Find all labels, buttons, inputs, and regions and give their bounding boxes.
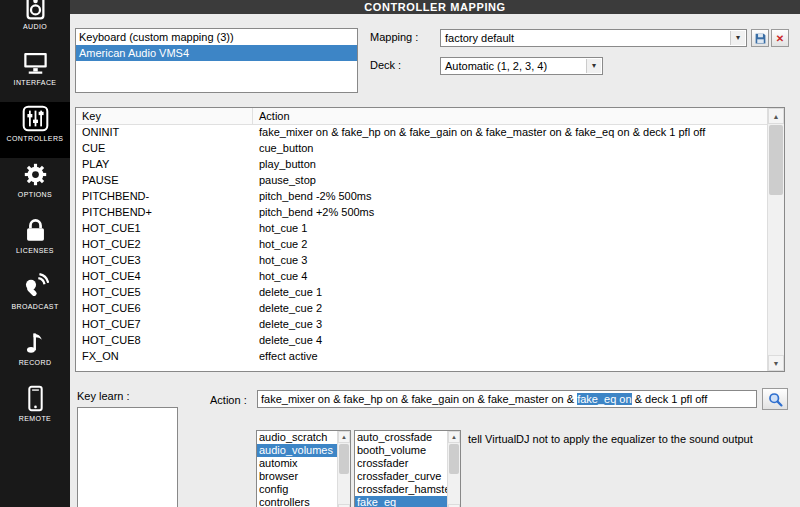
table-row[interactable]: PITCHBEND- ▾ pitch_bend -2% 500ms	[76, 189, 767, 205]
action-group-item[interactable]: browser	[257, 470, 337, 483]
action-cell[interactable]: cue_button	[253, 141, 767, 157]
device-name: American Audio VMS4	[79, 47, 189, 59]
floppy-disk-icon	[754, 32, 767, 45]
item-list-scrollbar[interactable]: ▲ ▼	[447, 431, 460, 507]
scroll-up-button[interactable]: ▲	[768, 108, 784, 124]
controller-device-list[interactable]: Keyboard (custom mapping (3)) American A…	[75, 28, 358, 93]
music-note-icon	[22, 329, 49, 356]
key-cell[interactable]: HOT_CUE7 ▾	[76, 317, 253, 333]
scroll-thumb[interactable]	[339, 444, 349, 474]
action-cell[interactable]: play_button	[253, 157, 767, 173]
action-cell[interactable]: fake_mixer on & fake_hp on & fake_gain o…	[253, 125, 767, 141]
action-cell[interactable]: hot_cue 3	[253, 253, 767, 269]
key-cell[interactable]: HOT_CUE3 ▾	[76, 253, 253, 269]
table-row[interactable]: HOT_CUE1 ▾ hot_cue 1	[76, 221, 767, 237]
key-name: FX_ON	[82, 350, 119, 362]
delete-mapping-button[interactable]: ✕	[771, 29, 789, 47]
action-cell[interactable]: delete_cue 3	[253, 317, 767, 333]
sidebar-item-record[interactable]: RECORD	[0, 326, 70, 382]
key-cell[interactable]: PAUSE ▾	[76, 173, 253, 189]
device-list-item[interactable]: American Audio VMS4	[76, 45, 357, 61]
key-cell[interactable]: ONINIT ▾	[76, 125, 253, 141]
key-cell[interactable]: FX_ON ▾	[76, 349, 253, 365]
table-row[interactable]: PAUSE ▾ pause_stop	[76, 173, 767, 189]
action-group-item[interactable]: audio_scratch	[257, 431, 337, 444]
action-item[interactable]: fake_eq	[355, 496, 447, 507]
table-row[interactable]: ONINIT ▾ fake_mixer on & fake_hp on & fa…	[76, 125, 767, 141]
key-cell[interactable]: PITCHBEND+ ▾	[76, 205, 253, 221]
mapping-select[interactable]: factory default ▾	[440, 29, 747, 47]
action-search-button[interactable]	[762, 388, 788, 410]
action-item-list[interactable]: auto_crossfade booth_volume crossfader c…	[354, 430, 461, 507]
action-item[interactable]: crossfader	[355, 457, 447, 470]
sidebar-item-audio[interactable]: AUDIO	[0, 0, 70, 46]
action-cell[interactable]: pitch_bend -2% 500ms	[253, 189, 767, 205]
table-row[interactable]: HOT_CUE3 ▾ hot_cue 3	[76, 253, 767, 269]
key-cell[interactable]: PITCHBEND- ▾	[76, 189, 253, 205]
sidebar-item-remote[interactable]: REMOTE	[0, 382, 70, 438]
device-list-item[interactable]: Keyboard (custom mapping (3))	[76, 29, 357, 45]
action-cell[interactable]: hot_cue 1	[253, 221, 767, 237]
table-row[interactable]: PLAY ▾ play_button	[76, 157, 767, 173]
action-cell[interactable]: effect active	[253, 349, 767, 365]
key-cell[interactable]: HOT_CUE6 ▾	[76, 301, 253, 317]
action-cell[interactable]: pause_stop	[253, 173, 767, 189]
action-item[interactable]: booth_volume	[355, 444, 447, 457]
scroll-up-button[interactable]: ▲	[338, 431, 350, 443]
table-row[interactable]: HOT_CUE7 ▾ delete_cue 3	[76, 317, 767, 333]
sidebar-item-interface[interactable]: INTERFACE	[0, 46, 70, 102]
virtualdj-settings-window: AUDIO INTERFACE CONTROLLERS OPTIONS	[0, 0, 800, 507]
key-cell[interactable]: PLAY ▾	[76, 157, 253, 173]
action-cell[interactable]: delete_cue 2	[253, 301, 767, 317]
action-group-list[interactable]: audio_scratch audio_volumes automix brow…	[256, 430, 351, 507]
table-scrollbar[interactable]: ▲ ▼	[767, 108, 784, 371]
table-row[interactable]: PITCHBEND+ ▾ pitch_bend +2% 500ms	[76, 205, 767, 221]
key-name: CUE	[82, 142, 105, 154]
key-cell[interactable]: HOT_CUE8 ▾	[76, 333, 253, 349]
group-list-scrollbar[interactable]: ▲ ▼	[337, 431, 350, 507]
key-cell[interactable]: HOT_CUE4 ▾	[76, 269, 253, 285]
action-item[interactable]: auto_crossfade	[355, 431, 447, 444]
table-row[interactable]: HOT_CUE2 ▾ hot_cue 2	[76, 237, 767, 253]
sidebar-item-controllers[interactable]: CONTROLLERS	[0, 102, 70, 158]
table-row[interactable]: CUE ▾ cue_button	[76, 141, 767, 157]
action-item[interactable]: crossfader_curve	[355, 470, 447, 483]
action-input[interactable]: fake_mixer on & fake_hp on & fake_gain o…	[257, 390, 757, 408]
sidebar-item-label: OPTIONS	[18, 191, 52, 198]
chevron-down-icon: ▾	[730, 31, 745, 45]
key-cell[interactable]: HOT_CUE1 ▾	[76, 221, 253, 237]
scroll-thumb[interactable]	[449, 444, 459, 474]
action-cell[interactable]: hot_cue 2	[253, 237, 767, 253]
action-group-item[interactable]: config	[257, 483, 337, 496]
action-item-label: crossfader_curve	[357, 470, 441, 482]
action-cell[interactable]: delete_cue 1	[253, 285, 767, 301]
key-learn-list[interactable]	[77, 407, 178, 507]
save-mapping-button[interactable]	[751, 29, 769, 47]
scroll-up-button[interactable]: ▲	[448, 431, 460, 443]
deck-select[interactable]: Automatic (1, 2, 3, 4) ▾	[440, 57, 603, 75]
action-cell[interactable]: delete_cue 4	[253, 333, 767, 349]
action-group-item[interactable]: controllers	[257, 496, 337, 507]
sidebar-item-label: AUDIO	[23, 23, 47, 30]
table-row[interactable]: HOT_CUE4 ▾ hot_cue 4	[76, 269, 767, 285]
action-group-items: audio_scratch audio_volumes automix brow…	[257, 431, 337, 507]
action-group-item[interactable]: audio_volumes	[257, 444, 337, 457]
action-item[interactable]: crossfader_hamster	[355, 483, 447, 496]
table-row[interactable]: HOT_CUE5 ▾ delete_cue 1	[76, 285, 767, 301]
key-cell[interactable]: HOT_CUE5 ▾	[76, 285, 253, 301]
action-cell[interactable]: hot_cue 4	[253, 269, 767, 285]
table-row[interactable]: HOT_CUE6 ▾ delete_cue 2	[76, 301, 767, 317]
key-cell[interactable]: HOT_CUE2 ▾	[76, 237, 253, 253]
key-cell[interactable]: CUE ▾	[76, 141, 253, 157]
action-cell[interactable]: pitch_bend +2% 500ms	[253, 205, 767, 221]
scroll-down-button[interactable]: ▼	[768, 355, 784, 371]
key-name: PITCHBEND-	[82, 190, 149, 202]
table-row[interactable]: FX_ON ▾ effect active	[76, 349, 767, 365]
sidebar-item-options[interactable]: OPTIONS	[0, 158, 70, 214]
table-row[interactable]: HOT_CUE8 ▾ delete_cue 4	[76, 333, 767, 349]
action-group-item[interactable]: automix	[257, 457, 337, 470]
sidebar-item-licenses[interactable]: LICENSES	[0, 214, 70, 270]
chevron-down-icon: ▾	[586, 59, 601, 73]
scroll-thumb[interactable]	[769, 125, 783, 195]
sidebar-item-broadcast[interactable]: BROADCAST	[0, 270, 70, 326]
